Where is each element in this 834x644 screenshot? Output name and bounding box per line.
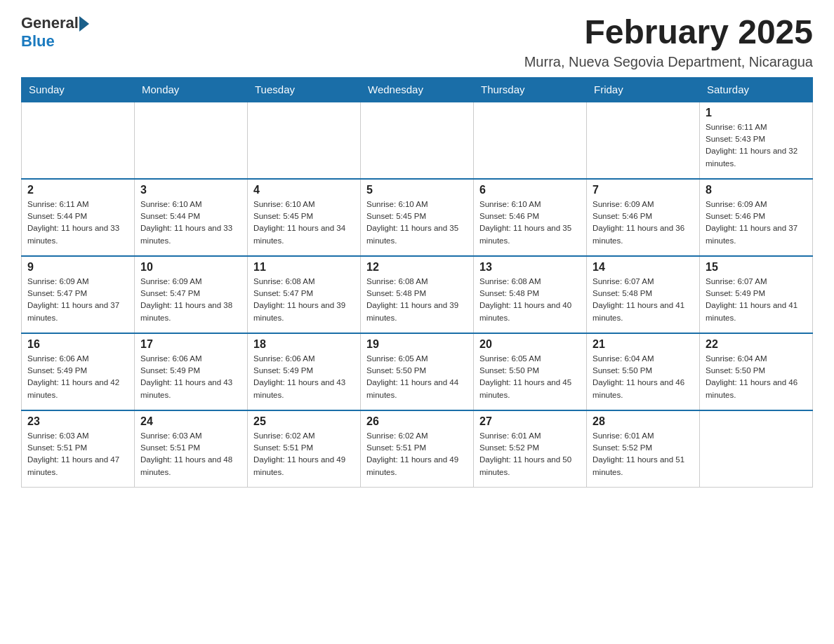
calendar-cell: 1Sunrise: 6:11 AMSunset: 5:43 PMDaylight… bbox=[700, 102, 813, 179]
sunset-text: Sunset: 5:45 PM bbox=[366, 210, 468, 222]
day-number: 4 bbox=[253, 184, 355, 196]
daylight-text: Daylight: 11 hours and 36 minutes. bbox=[593, 222, 694, 247]
daylight-text: Daylight: 11 hours and 49 minutes. bbox=[253, 454, 355, 478]
day-number: 24 bbox=[140, 415, 241, 428]
day-info: Sunrise: 6:05 AMSunset: 5:50 PMDaylight:… bbox=[366, 353, 468, 401]
calendar-cell: 26Sunrise: 6:02 AMSunset: 5:51 PMDayligh… bbox=[361, 410, 474, 488]
daylight-text: Daylight: 11 hours and 40 minutes. bbox=[479, 300, 581, 324]
sunrise-text: Sunrise: 6:06 AM bbox=[140, 353, 241, 365]
calendar-cell: 7Sunrise: 6:09 AMSunset: 5:46 PMDaylight… bbox=[587, 179, 700, 256]
day-number: 15 bbox=[706, 261, 807, 274]
page-header: General Blue February 2025 Murra, Nueva … bbox=[21, 14, 813, 70]
calendar-header-sunday: Sunday bbox=[22, 77, 135, 102]
sunset-text: Sunset: 5:50 PM bbox=[706, 365, 807, 377]
sunrise-text: Sunrise: 6:07 AM bbox=[593, 276, 694, 288]
day-number: 13 bbox=[479, 261, 581, 274]
calendar-header-tuesday: Tuesday bbox=[248, 77, 361, 102]
sunrise-text: Sunrise: 6:05 AM bbox=[479, 353, 581, 365]
day-info: Sunrise: 6:10 AMSunset: 5:44 PMDaylight:… bbox=[140, 199, 241, 247]
daylight-text: Daylight: 11 hours and 41 minutes. bbox=[593, 300, 694, 324]
sunrise-text: Sunrise: 6:09 AM bbox=[706, 199, 807, 210]
sunset-text: Sunset: 5:47 PM bbox=[140, 288, 241, 300]
calendar-week-1: 2Sunrise: 6:11 AMSunset: 5:44 PMDaylight… bbox=[22, 179, 813, 256]
sunset-text: Sunset: 5:48 PM bbox=[366, 288, 468, 300]
calendar-cell: 27Sunrise: 6:01 AMSunset: 5:52 PMDayligh… bbox=[474, 410, 587, 488]
daylight-text: Daylight: 11 hours and 38 minutes. bbox=[140, 300, 241, 324]
sunset-text: Sunset: 5:51 PM bbox=[253, 442, 355, 454]
day-info: Sunrise: 6:06 AMSunset: 5:49 PMDaylight:… bbox=[27, 353, 128, 401]
daylight-text: Daylight: 11 hours and 42 minutes. bbox=[27, 377, 128, 401]
calendar-cell bbox=[474, 102, 587, 179]
day-number: 10 bbox=[140, 261, 241, 274]
daylight-text: Daylight: 11 hours and 48 minutes. bbox=[140, 454, 241, 478]
calendar-cell: 20Sunrise: 6:05 AMSunset: 5:50 PMDayligh… bbox=[474, 333, 587, 410]
day-info: Sunrise: 6:10 AMSunset: 5:45 PMDaylight:… bbox=[253, 199, 355, 247]
day-number: 19 bbox=[366, 338, 468, 351]
sunrise-text: Sunrise: 6:01 AM bbox=[593, 430, 694, 442]
sunset-text: Sunset: 5:50 PM bbox=[479, 365, 581, 377]
day-info: Sunrise: 6:08 AMSunset: 5:48 PMDaylight:… bbox=[366, 276, 468, 324]
sunset-text: Sunset: 5:49 PM bbox=[140, 365, 241, 377]
calendar-cell: 2Sunrise: 6:11 AMSunset: 5:44 PMDaylight… bbox=[22, 179, 135, 256]
sunset-text: Sunset: 5:52 PM bbox=[479, 442, 581, 454]
calendar-header-row: SundayMondayTuesdayWednesdayThursdayFrid… bbox=[22, 77, 813, 102]
calendar-header-saturday: Saturday bbox=[700, 77, 813, 102]
calendar-week-2: 9Sunrise: 6:09 AMSunset: 5:47 PMDaylight… bbox=[22, 256, 813, 333]
daylight-text: Daylight: 11 hours and 51 minutes. bbox=[593, 454, 694, 478]
calendar-cell: 18Sunrise: 6:06 AMSunset: 5:49 PMDayligh… bbox=[248, 333, 361, 410]
sunrise-text: Sunrise: 6:03 AM bbox=[140, 430, 241, 442]
day-number: 27 bbox=[479, 415, 581, 428]
sunrise-text: Sunrise: 6:10 AM bbox=[253, 199, 355, 210]
calendar-cell: 4Sunrise: 6:10 AMSunset: 5:45 PMDaylight… bbox=[248, 179, 361, 256]
day-number: 18 bbox=[253, 338, 355, 351]
sunrise-text: Sunrise: 6:05 AM bbox=[366, 353, 468, 365]
day-number: 1 bbox=[706, 107, 807, 119]
sunrise-text: Sunrise: 6:04 AM bbox=[706, 353, 807, 365]
day-info: Sunrise: 6:06 AMSunset: 5:49 PMDaylight:… bbox=[253, 353, 355, 401]
sunset-text: Sunset: 5:49 PM bbox=[706, 288, 807, 300]
sunset-text: Sunset: 5:50 PM bbox=[366, 365, 468, 377]
daylight-text: Daylight: 11 hours and 50 minutes. bbox=[479, 454, 581, 478]
calendar-week-0: 1Sunrise: 6:11 AMSunset: 5:43 PMDaylight… bbox=[22, 102, 813, 179]
sunrise-text: Sunrise: 6:11 AM bbox=[706, 121, 807, 133]
day-info: Sunrise: 6:09 AMSunset: 5:46 PMDaylight:… bbox=[706, 199, 807, 247]
day-number: 5 bbox=[366, 184, 468, 196]
day-info: Sunrise: 6:03 AMSunset: 5:51 PMDaylight:… bbox=[140, 430, 241, 478]
calendar-cell bbox=[135, 102, 248, 179]
sunset-text: Sunset: 5:51 PM bbox=[140, 442, 241, 454]
day-info: Sunrise: 6:04 AMSunset: 5:50 PMDaylight:… bbox=[593, 353, 694, 401]
day-info: Sunrise: 6:09 AMSunset: 5:46 PMDaylight:… bbox=[593, 199, 694, 247]
daylight-text: Daylight: 11 hours and 33 minutes. bbox=[140, 222, 241, 247]
day-info: Sunrise: 6:07 AMSunset: 5:48 PMDaylight:… bbox=[593, 276, 694, 324]
sunrise-text: Sunrise: 6:08 AM bbox=[253, 276, 355, 288]
sunrise-text: Sunrise: 6:10 AM bbox=[140, 199, 241, 210]
sunrise-text: Sunrise: 6:04 AM bbox=[593, 353, 694, 365]
day-info: Sunrise: 6:02 AMSunset: 5:51 PMDaylight:… bbox=[366, 430, 468, 478]
day-number: 14 bbox=[593, 261, 694, 274]
sunset-text: Sunset: 5:44 PM bbox=[27, 210, 128, 222]
daylight-text: Daylight: 11 hours and 34 minutes. bbox=[253, 222, 355, 247]
day-info: Sunrise: 6:11 AMSunset: 5:43 PMDaylight:… bbox=[706, 121, 807, 170]
calendar-cell: 25Sunrise: 6:02 AMSunset: 5:51 PMDayligh… bbox=[248, 410, 361, 488]
day-info: Sunrise: 6:04 AMSunset: 5:50 PMDaylight:… bbox=[706, 353, 807, 401]
calendar-cell bbox=[587, 102, 700, 179]
calendar-cell: 12Sunrise: 6:08 AMSunset: 5:48 PMDayligh… bbox=[361, 256, 474, 333]
calendar-cell: 11Sunrise: 6:08 AMSunset: 5:47 PMDayligh… bbox=[248, 256, 361, 333]
day-number: 26 bbox=[366, 415, 468, 428]
day-info: Sunrise: 6:11 AMSunset: 5:44 PMDaylight:… bbox=[27, 199, 128, 247]
sunrise-text: Sunrise: 6:09 AM bbox=[140, 276, 241, 288]
calendar-cell: 15Sunrise: 6:07 AMSunset: 5:49 PMDayligh… bbox=[700, 256, 813, 333]
sunset-text: Sunset: 5:51 PM bbox=[27, 442, 128, 454]
day-number: 20 bbox=[479, 338, 581, 351]
logo-triangle-icon bbox=[79, 16, 89, 32]
sunrise-text: Sunrise: 6:11 AM bbox=[27, 199, 128, 210]
sunset-text: Sunset: 5:52 PM bbox=[593, 442, 694, 454]
day-number: 6 bbox=[479, 184, 581, 196]
day-number: 11 bbox=[253, 261, 355, 274]
sunset-text: Sunset: 5:46 PM bbox=[593, 210, 694, 222]
calendar-cell: 16Sunrise: 6:06 AMSunset: 5:49 PMDayligh… bbox=[22, 333, 135, 410]
sunset-text: Sunset: 5:46 PM bbox=[706, 210, 807, 222]
day-info: Sunrise: 6:03 AMSunset: 5:51 PMDaylight:… bbox=[27, 430, 128, 478]
daylight-text: Daylight: 11 hours and 32 minutes. bbox=[706, 145, 807, 170]
daylight-text: Daylight: 11 hours and 41 minutes. bbox=[706, 300, 807, 324]
